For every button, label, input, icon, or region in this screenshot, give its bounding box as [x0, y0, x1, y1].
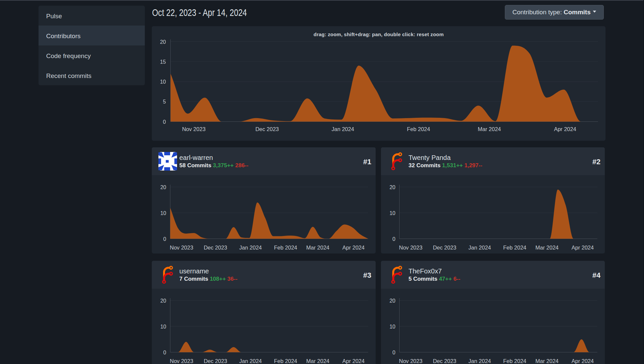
svg-text:Nov 2023: Nov 2023	[399, 245, 422, 251]
svg-text:Mar 2024: Mar 2024	[535, 358, 559, 364]
svg-text:10: 10	[390, 324, 396, 329]
svg-text:Nov 2023: Nov 2023	[170, 245, 193, 251]
svg-text:Mar 2024: Mar 2024	[478, 126, 501, 132]
svg-text:Dec 2023: Dec 2023	[433, 245, 456, 251]
svg-text:0: 0	[163, 119, 166, 125]
svg-text:Nov 2023: Nov 2023	[170, 358, 193, 364]
svg-text:Feb 2024: Feb 2024	[503, 245, 526, 251]
svg-text:10: 10	[160, 324, 166, 329]
svg-text:Mar 2024: Mar 2024	[306, 358, 329, 364]
svg-text:20: 20	[390, 298, 396, 304]
svg-text:Feb 2024: Feb 2024	[274, 358, 297, 364]
svg-text:Nov 2023: Nov 2023	[182, 126, 206, 132]
svg-text:Feb 2024: Feb 2024	[407, 126, 430, 132]
svg-text:Dec 2023: Dec 2023	[204, 358, 227, 364]
svg-text:Dec 2023: Dec 2023	[433, 358, 456, 364]
svg-text:20: 20	[390, 184, 396, 190]
svg-text:Feb 2024: Feb 2024	[274, 245, 297, 251]
svg-text:20: 20	[160, 184, 166, 190]
svg-text:15: 15	[160, 59, 166, 65]
svg-text:10: 10	[390, 210, 396, 216]
svg-text:Apr 2024: Apr 2024	[342, 245, 365, 251]
svg-text:Jan 2024: Jan 2024	[239, 358, 262, 364]
svg-text:Mar 2024: Mar 2024	[306, 245, 329, 251]
svg-text:0: 0	[163, 236, 166, 242]
svg-text:Feb 2024: Feb 2024	[503, 358, 526, 364]
svg-text:Mar 2024: Mar 2024	[535, 245, 559, 251]
svg-text:Jan 2024: Jan 2024	[468, 358, 491, 364]
svg-text:0: 0	[393, 236, 396, 242]
svg-text:Apr 2024: Apr 2024	[572, 358, 594, 364]
svg-text:20: 20	[160, 298, 166, 304]
svg-text:10: 10	[160, 79, 166, 85]
svg-text:Dec 2023: Dec 2023	[255, 126, 279, 132]
svg-text:0: 0	[393, 350, 396, 355]
svg-text:20: 20	[160, 39, 166, 45]
svg-text:Jan 2024: Jan 2024	[331, 126, 354, 132]
svg-text:5: 5	[163, 99, 166, 105]
svg-text:Apr 2024: Apr 2024	[572, 245, 594, 251]
svg-text:0: 0	[163, 350, 166, 355]
svg-text:Apr 2024: Apr 2024	[342, 358, 365, 364]
svg-text:Dec 2023: Dec 2023	[204, 245, 227, 251]
svg-text:Jan 2024: Jan 2024	[239, 245, 262, 251]
svg-text:Jan 2024: Jan 2024	[468, 245, 491, 251]
svg-text:Nov 2023: Nov 2023	[399, 358, 422, 364]
svg-text:10: 10	[160, 210, 166, 216]
svg-text:Apr 2024: Apr 2024	[554, 126, 576, 132]
